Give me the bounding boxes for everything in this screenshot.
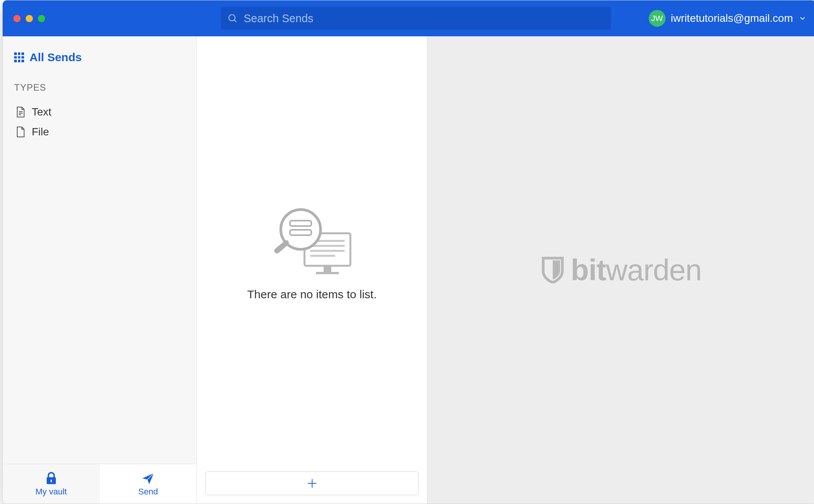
app-body: All Sends TYPES Text <box>3 36 814 504</box>
text-file-icon <box>16 106 25 118</box>
plus-icon <box>306 478 318 489</box>
account-email: iwritetutorials@gmail.com <box>671 12 793 24</box>
svg-line-1 <box>234 20 236 22</box>
close-window-button[interactable] <box>13 15 21 22</box>
brand-logo: bitwarden <box>542 253 702 288</box>
search-icon <box>228 13 238 23</box>
account-menu[interactable]: JW iwritetutorials@gmail.com <box>649 10 807 27</box>
svg-rect-6 <box>50 480 52 483</box>
window-controls <box>3 15 45 22</box>
grid-icon <box>14 52 24 62</box>
list-column: There are no items to list. <box>197 36 427 504</box>
tab-send-label: Send <box>138 487 158 497</box>
svg-rect-15 <box>273 239 290 254</box>
bottom-tabs: My vault Send <box>3 464 197 504</box>
brand-text: bitwarden <box>571 253 702 288</box>
app-window: JW iwritetutorials@gmail.com <box>2 0 814 504</box>
svg-point-0 <box>229 15 235 21</box>
avatar: JW <box>649 10 666 27</box>
empty-state-text: There are no items to list. <box>247 288 376 301</box>
file-icon <box>16 126 25 138</box>
svg-rect-17 <box>290 230 311 235</box>
tab-my-vault-label: My vault <box>36 487 67 497</box>
sidebar: All Sends TYPES Text <box>3 36 197 504</box>
sidebar-item-all-sends[interactable]: All Sends <box>14 51 185 64</box>
type-text-label: Text <box>32 106 51 118</box>
shield-icon <box>542 257 564 283</box>
svg-rect-16 <box>290 221 311 226</box>
detail-pane: bitwarden <box>427 36 814 504</box>
chevron-down-icon <box>798 14 807 23</box>
tab-my-vault[interactable]: My vault <box>3 464 100 504</box>
sidebar-content: All Sends TYPES Text <box>3 36 197 464</box>
brand-text-light: warden <box>606 253 702 287</box>
svg-rect-12 <box>324 266 331 272</box>
minimize-window-button[interactable] <box>26 15 33 22</box>
tab-send[interactable]: Send <box>100 464 197 504</box>
empty-state-illustration <box>266 205 358 277</box>
sidebar-item-text[interactable]: Text <box>16 102 185 122</box>
type-file-label: File <box>32 126 49 138</box>
add-send-button[interactable] <box>205 471 418 495</box>
search-input[interactable] <box>244 12 604 25</box>
sidebar-item-file[interactable]: File <box>16 122 185 142</box>
sidebar-section-types: TYPES <box>14 82 185 93</box>
svg-rect-13 <box>316 272 339 274</box>
titlebar: JW iwritetutorials@gmail.com <box>3 0 814 36</box>
brand-text-bold: bit <box>571 253 606 287</box>
paper-plane-icon <box>141 471 155 485</box>
all-sends-label: All Sends <box>29 51 82 64</box>
list-body: There are no items to list. <box>197 36 427 465</box>
lock-icon <box>44 471 58 485</box>
list-footer <box>197 465 427 504</box>
maximize-window-button[interactable] <box>38 15 45 22</box>
page-background: the phrasing needs to sound natural <box>0 0 814 504</box>
search-container <box>221 7 611 30</box>
